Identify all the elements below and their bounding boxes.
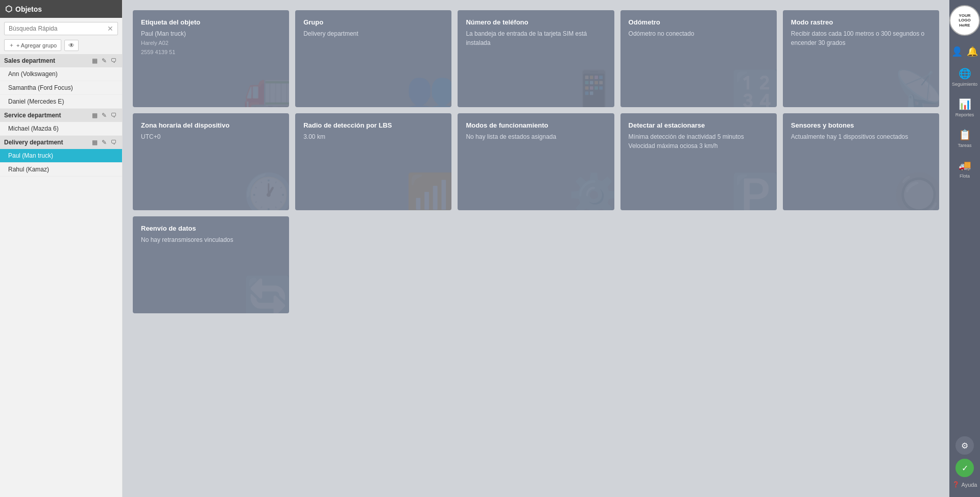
group-icons-sales: ▦ ✎ 🗨 [91, 57, 118, 65]
card-value: Paul (Man truck) Harely A022559 4139 51 [141, 29, 281, 57]
nav-item-flota[interactable]: 🚚 Flota [949, 154, 980, 184]
card-value: La bandeja de entrada de la tarjeta SIM … [466, 29, 606, 47]
nav-item-seguimiento[interactable]: 🌐 Seguimiento [949, 62, 980, 92]
card-radio-lbs[interactable]: Radio de detección por LBS 3.00 km 📶 [295, 113, 451, 210]
card-value: No hay retransmisores vinculados [141, 235, 281, 244]
eye-icon: 👁 [68, 42, 75, 49]
group-header-delivery: Delivery department ▦ ✎ 🗨 [0, 136, 122, 149]
logo: YOUR LOGO HeRE [949, 5, 980, 36]
card-sensores-botones[interactable]: Sensores y botones Actualmente hay 1 dis… [783, 113, 939, 210]
card-bg-icon: 🔘 [893, 175, 939, 210]
list-item[interactable]: Samantha (Ford Focus) [0, 81, 122, 95]
sidebar-groups: Sales department ▦ ✎ 🗨 Ann (Volkswagen) … [0, 54, 122, 497]
card-reenvio-datos[interactable]: Reenvío de datos No hay retransmisores v… [133, 216, 289, 313]
card-bg-icon: 🚛 [243, 71, 289, 107]
sidebar-title: ⬡ Objetos [5, 4, 42, 14]
card-bg-icon: 🔄 [243, 278, 289, 313]
card-bg-icon: 📶 [405, 175, 451, 210]
list-item[interactable]: Daniel (Mercedes E) [0, 95, 122, 109]
card-bg-icon: 👥 [405, 71, 451, 107]
card-grupo[interactable]: Grupo Delivery department 👥 [295, 10, 451, 107]
card-value: 3.00 km [303, 132, 443, 141]
card-title: Radio de detección por LBS [303, 121, 443, 129]
nav-item-tareas[interactable]: 📋 Tareas [949, 123, 980, 153]
card-modo-rastreo[interactable]: Modo rastreo Recibir datos cada 100 metr… [783, 10, 939, 107]
right-nav: YOUR LOGO HeRE 👤 🔔 🌐 Seguimiento 📊 Repor… [949, 0, 980, 497]
card-bg-icon: 🕐 [243, 175, 289, 210]
plus-icon: ＋ [9, 41, 14, 49]
clear-search-icon[interactable]: ✕ [107, 24, 113, 33]
card-title: Grupo [303, 18, 443, 26]
card-title: Número de teléfono [466, 18, 606, 26]
group-icon-btn-1[interactable]: ▦ [91, 57, 99, 65]
right-nav-bottom: ⚙ ✓ ❓ Ayuda [952, 436, 977, 497]
add-group-button[interactable]: ＋ + Agregar grupo [4, 39, 61, 51]
list-item[interactable]: Rahul (Kamaz) [0, 163, 122, 177]
truck-icon: 🚚 [959, 159, 971, 171]
card-title: Etiqueta del objeto [141, 18, 281, 26]
ayuda-row[interactable]: ❓ Ayuda [952, 481, 977, 492]
card-bg-icon: 📡 [893, 71, 939, 107]
card-title: Zona horaria del dispositivo [141, 121, 281, 129]
right-nav-top-icons: 👤 🔔 [951, 41, 978, 62]
group-icon-btn-7[interactable]: ▦ [91, 138, 99, 146]
group-header-sales: Sales department ▦ ✎ 🗨 [0, 54, 122, 67]
search-input[interactable] [9, 25, 107, 32]
card-value: Odómetro no conectado [629, 29, 769, 38]
eye-button[interactable]: 👁 [64, 40, 79, 51]
bell-icon-button[interactable]: 🔔 [967, 46, 978, 57]
card-title: Odómetro [629, 18, 769, 26]
group-icon-btn-9[interactable]: 🗨 [110, 138, 118, 146]
card-title: Modo rastreo [791, 18, 931, 26]
card-title: Detectar al estacionarse [629, 121, 769, 129]
objects-icon: ⬡ [5, 4, 12, 14]
card-value: Mínima detección de inactividad 5 minuto… [629, 132, 769, 151]
card-modos-funcionamiento[interactable]: Modos de funcionamiento No hay lista de … [458, 113, 614, 210]
card-bg-icon: ⚙️ [568, 175, 614, 210]
card-title: Reenvío de datos [141, 225, 281, 232]
card-bg-icon: 📱 [568, 71, 614, 107]
list-item[interactable]: Ann (Volkswagen) [0, 67, 122, 81]
card-value: UTC+0 [141, 132, 281, 141]
help-icon: ❓ [952, 481, 960, 488]
group-icon-btn-3[interactable]: 🗨 [110, 57, 118, 65]
search-bar: ✕ [4, 22, 118, 35]
card-value: Recibir datos cada 100 metros o 300 segu… [791, 29, 931, 47]
list-item[interactable]: Paul (Man truck) [0, 149, 122, 163]
sidebar-header: ⬡ Objetos [0, 0, 122, 18]
card-odometro[interactable]: Odómetro Odómetro no conectado 🔢 [620, 10, 777, 107]
group-icons-delivery: ▦ ✎ 🗨 [91, 138, 118, 146]
chart-icon: 📊 [959, 98, 971, 110]
card-zona-horaria[interactable]: Zona horaria del dispositivo UTC+0 🕐 [133, 113, 289, 210]
status-button[interactable]: ✓ [955, 459, 974, 477]
settings-button[interactable]: ⚙ [955, 436, 974, 455]
right-nav-items: 🌐 Seguimiento 📊 Reportes 📋 Tareas 🚚 Flot… [949, 62, 980, 184]
nav-item-reportes[interactable]: 📊 Reportes [949, 93, 980, 122]
group-icon-btn-6[interactable]: 🗨 [110, 111, 118, 119]
user-icon-button[interactable]: 👤 [951, 46, 963, 57]
group-icon-btn-5[interactable]: ✎ [101, 111, 108, 119]
card-value: Actualmente hay 1 dispositivos conectado… [791, 132, 931, 141]
card-telefono[interactable]: Número de teléfono La bandeja de entrada… [458, 10, 614, 107]
card-bg-icon: 🅿️ [731, 175, 777, 210]
card-bg-icon: 🔢 [731, 71, 777, 107]
cards-grid: Etiqueta del objeto Paul (Man truck) Har… [133, 10, 939, 313]
toolbar-row: ＋ + Agregar grupo 👁 [4, 39, 118, 51]
card-etiqueta[interactable]: Etiqueta del objeto Paul (Man truck) Har… [133, 10, 289, 107]
group-icon-btn-8[interactable]: ✎ [101, 138, 108, 146]
group-header-service: Service department ▦ ✎ 🗨 [0, 109, 122, 122]
sidebar: ⬡ Objetos ✕ ＋ + Agregar grupo 👁 Sales de… [0, 0, 123, 497]
globe-icon: 🌐 [959, 67, 971, 80]
card-detectar-estacionarse[interactable]: Detectar al estacionarse Mínima detecció… [620, 113, 777, 210]
ayuda-label: Ayuda [962, 482, 977, 488]
card-title: Sensores y botones [791, 121, 931, 129]
card-value: Delivery department [303, 29, 443, 38]
group-icon-btn-2[interactable]: ✎ [101, 57, 108, 65]
main-content: Etiqueta del objeto Paul (Man truck) Har… [123, 0, 949, 497]
clipboard-icon: 📋 [959, 129, 971, 141]
card-title: Modos de funcionamiento [466, 121, 606, 129]
list-item[interactable]: Michael (Mazda 6) [0, 122, 122, 136]
group-icon-btn-4[interactable]: ▦ [91, 111, 99, 119]
card-value: No hay lista de estados asignada [466, 132, 606, 141]
group-icons-service: ▦ ✎ 🗨 [91, 111, 118, 119]
